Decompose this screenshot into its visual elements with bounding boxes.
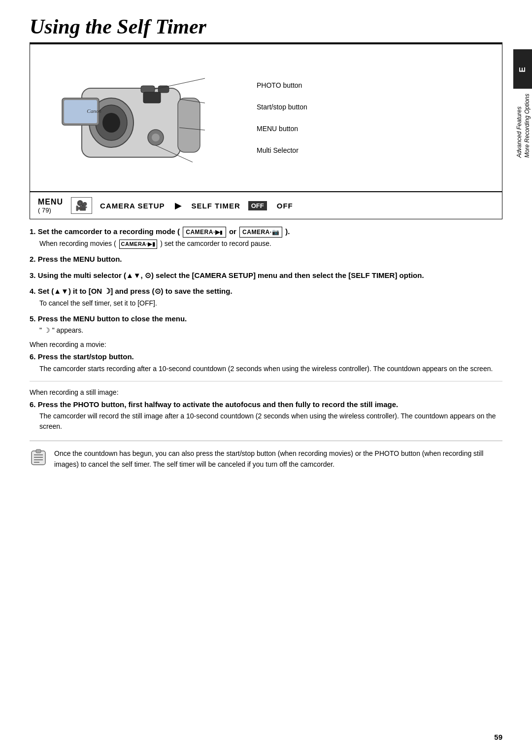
step3-text: Using the multi selector (▲▼, ⊙) select … (38, 271, 424, 279)
step6m-text: Press the start/stop button. (38, 352, 134, 361)
menu-keyword: MENU (38, 198, 63, 206)
step6s-number: 6. (30, 400, 36, 409)
more-recording-label: More Recording Options (523, 94, 530, 158)
step1-text-end: ). (285, 227, 290, 236)
camera-movie-badge-sub: CAMERA·▶▮ (119, 240, 158, 249)
svg-rect-5 (158, 86, 169, 93)
note-text: Once the countdown has begun, you can al… (54, 448, 502, 470)
step-6-still: 6. Press the PHOTO button, first halfway… (30, 399, 502, 432)
step6s-sub: The camcorder will record the still imag… (39, 411, 502, 432)
svg-point-12 (152, 134, 160, 141)
menu-arrow-icon: ▶ (175, 200, 182, 211)
when-movie-label: When recording a movie: (30, 341, 502, 348)
step4-number: 4. (30, 287, 36, 295)
step1-number: 1. (30, 227, 36, 236)
chapter-letter: E (518, 66, 527, 72)
self-timer-label: SELF TIMER (192, 202, 240, 210)
svg-point-3 (102, 113, 120, 133)
when-still-label: When recording a still image: (30, 388, 502, 396)
page-number: 59 (494, 733, 502, 741)
svg-rect-4 (141, 86, 155, 93)
svg-rect-10 (178, 98, 200, 152)
step5-number: 5. (30, 314, 36, 323)
menu-button-label: MENU button (257, 125, 298, 133)
step-4: 4. Set (▲▼) it to [ON ☽] and press (⊙) t… (30, 286, 502, 309)
off-badge: OFF (248, 201, 267, 210)
menu-bar: MENU ( 79) 🎥 CAMERA SETUP ▶ SELF TIMER O… (30, 192, 502, 219)
step6s-text: Press the PHOTO button, first halfway to… (38, 400, 399, 409)
steps-section: 1. Set the camcorder to a recording mode… (30, 226, 502, 470)
step-6-movie: 6. Press the start/stop button. The camc… (30, 351, 502, 374)
menu-icon: 🎥 (71, 197, 92, 214)
camera-movie-badge: CAMERA·▶▮ (183, 227, 226, 238)
svg-line-13 (155, 78, 205, 89)
camera-photo-badge: CAMERA·📷 (239, 227, 282, 238)
svg-rect-22 (36, 449, 41, 453)
camera-illustration: Canon (40, 59, 247, 177)
step1-or: or (229, 227, 238, 236)
note-icon (30, 449, 47, 470)
chapter-tab: E (513, 49, 532, 89)
step3-number: 3. (30, 271, 36, 279)
svg-text:Canon: Canon (87, 108, 101, 114)
photo-button-label: PHOTO button (257, 81, 302, 89)
step2-text: Press the MENU button. (38, 255, 122, 263)
svg-rect-6 (143, 92, 161, 103)
startstop-button-label: Start/stop button (257, 103, 307, 111)
camera-labels: PHOTO button Start/stop button MENU butt… (247, 81, 492, 154)
step-2: 2. Press the MENU button. (30, 254, 502, 265)
step5-sub: " ☽ " appears. (39, 325, 502, 336)
step-5: 5. Press the MENU button to close the me… (30, 313, 502, 336)
page-title: Using the Self Timer (30, 15, 502, 38)
step1-sub: When recording movies ( CAMERA·▶▮ ) set … (39, 239, 502, 249)
menu-ref: ( 79) (38, 206, 51, 214)
step5-text: Press the MENU button to close the menu. (38, 314, 187, 323)
camera-setup-label: CAMERA SETUP (100, 202, 165, 210)
multi-selector-label: Multi Selector (257, 146, 299, 154)
step1-text-pre: Set the camcorder to a recording mode ( (38, 227, 180, 236)
off-text: OFF (277, 202, 293, 210)
step2-number: 2. (30, 255, 36, 263)
side-labels: Advanced Features More Recording Options (516, 94, 531, 158)
note-box: Once the countdown has begun, you can al… (30, 441, 502, 470)
step6m-sub: The camcorder starts recording after a 1… (39, 364, 502, 374)
advanced-features-label: Advanced Features (516, 106, 523, 158)
camera-icon: 🎥 (75, 200, 88, 211)
step6m-number: 6. (30, 352, 36, 361)
step4-text: Set (▲▼) it to [ON ☽] and press (⊙) to s… (38, 287, 233, 295)
step-1: 1. Set the camcorder to a recording mode… (30, 226, 502, 249)
step-3: 3. Using the multi selector (▲▼, ⊙) sele… (30, 270, 502, 281)
camera-diagram-box: Canon PH (30, 44, 502, 192)
section-divider (30, 381, 502, 381)
step4-sub: To cancel the self timer, set it to [OFF… (39, 298, 502, 309)
